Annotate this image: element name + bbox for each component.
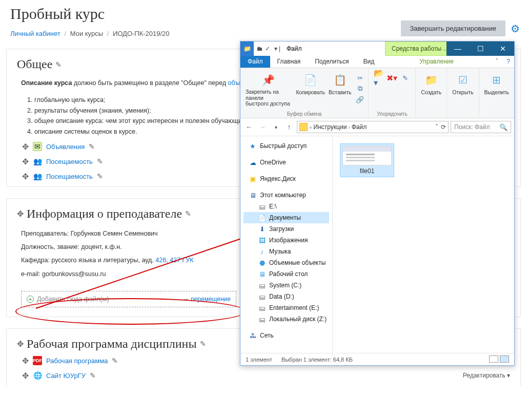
group-clipboard-label: Буфер обмена	[287, 111, 322, 117]
close-button[interactable]: ✕	[492, 41, 514, 56]
pencil-icon[interactable]: ✎	[185, 209, 191, 218]
file-explorer-window: 📁 🖿✓ ▾ | Файл Средства работы ... — ☐ ✕ …	[240, 41, 515, 366]
move-section-icon[interactable]: ✥	[17, 209, 24, 219]
clipboard-small-buttons[interactable]: ✂⧉🔗	[355, 71, 365, 108]
move-icon[interactable]: ✥	[22, 157, 29, 166]
move-icon[interactable]: ✥	[22, 142, 29, 152]
maximize-button[interactable]: ☐	[469, 41, 492, 56]
pencil-icon[interactable]: ✎	[112, 356, 118, 365]
tab-manage[interactable]: Управление	[412, 56, 461, 68]
file-item[interactable]: file01	[340, 143, 394, 177]
page-title: Пробный курс	[10, 5, 517, 23]
tree-music[interactable]: ♪Музыка	[244, 246, 329, 257]
move-icon[interactable]: ✥	[22, 371, 29, 381]
address-bar[interactable]: « Инструкции › Файл ˅⟳	[297, 121, 449, 133]
tree-drive-z[interactable]: 🖴Локальный диск (Z:)	[244, 313, 329, 325]
qat-dropdown-icon[interactable]: ▾ |	[273, 45, 281, 52]
desktop-icon: 🖥	[258, 270, 266, 278]
attendance-icon: 👥	[33, 172, 42, 181]
forward-button[interactable]: →	[257, 121, 268, 133]
recent-dropdown-icon[interactable]: ▾	[270, 121, 281, 133]
activity-attendance-2[interactable]: Посещаемость	[46, 173, 93, 180]
tree-pictures[interactable]: 🖼Изображения	[244, 235, 329, 246]
ribbon: 📌Закрепить на панели быстрого доступа 📄К…	[240, 68, 514, 118]
open-icon: ☑	[455, 72, 471, 88]
paste-shortcut-icon[interactable]: 🔗	[355, 95, 365, 104]
tree-quick-access[interactable]: ★Быстрый доступ	[244, 140, 329, 152]
move-to-button[interactable]: 📂▾	[374, 71, 384, 82]
tab-home[interactable]: Главная	[270, 56, 308, 68]
pencil-icon[interactable]: ✎	[55, 60, 62, 69]
cube-icon: ⬣	[258, 259, 266, 267]
documents-icon: 📄	[258, 214, 266, 222]
tree-drive-d[interactable]: 🖴Data (D:)	[244, 291, 329, 302]
drive-icon: 🖴	[258, 281, 266, 289]
finish-editing-button[interactable]: Завершить редактирование	[401, 20, 506, 36]
activity-site-link[interactable]: Сайт ЮУрГУ	[46, 372, 86, 380]
tree-drive-c[interactable]: 🖴System (C:)	[244, 280, 329, 291]
open-button[interactable]: ☑Открыть	[450, 71, 475, 96]
delete-button[interactable]: ✖▾	[387, 71, 397, 82]
pencil-icon[interactable]: ✎	[97, 172, 103, 180]
explorer-titlebar[interactable]: 📁 🖿✓ ▾ | Файл Средства работы ... — ☐ ✕	[240, 41, 514, 56]
select-button[interactable]: ⊞Выделить	[482, 71, 511, 96]
activity-program-file[interactable]: Рабочая программа	[46, 357, 108, 365]
file-pane[interactable]: file01	[333, 136, 514, 356]
rename-button[interactable]: ✎	[400, 71, 411, 82]
tree-network[interactable]: 🖧Сеть	[244, 330, 329, 341]
tree-this-pc[interactable]: 🖥Этот компьютер	[244, 190, 329, 201]
pencil-icon[interactable]: ✎	[97, 157, 103, 165]
tree-yandex-disk[interactable]: ▣Яндекс.Диск	[244, 173, 329, 184]
activity-announcements[interactable]: Объявления	[46, 143, 85, 151]
view-mode-toggle[interactable]	[488, 355, 509, 364]
pencil-icon[interactable]: ✎	[90, 371, 96, 380]
breadcrumb-courses: Мои курсы	[70, 30, 103, 37]
ribbon-tabs: Файл Главная Поделиться Вид Управление ˄…	[240, 56, 514, 68]
move-section-icon[interactable]: ✥	[17, 339, 24, 349]
move-icon[interactable]: ✥	[22, 172, 29, 181]
tree-desktop[interactable]: 🖥Рабочий стол	[244, 268, 329, 280]
quick-access-toolbar[interactable]: 🖿✓	[254, 45, 273, 52]
pin-button[interactable]: 📌Закрепить на панели быстрого доступа	[244, 71, 293, 108]
tree-drive-ent[interactable]: 🖴Entertainment (E:)	[244, 302, 329, 313]
tab-file[interactable]: Файл	[240, 56, 270, 68]
ribbon-collapse-icon[interactable]: ˄	[491, 56, 502, 68]
breadcrumb-home[interactable]: Личный кабинет	[10, 30, 60, 37]
tree-drive-e[interactable]: 🖴E:\	[244, 201, 329, 212]
tab-view[interactable]: Вид	[356, 56, 381, 68]
back-button[interactable]: ←	[244, 121, 255, 133]
new-button[interactable]: 📁Создать	[419, 71, 443, 96]
tree-documents[interactable]: 📄Документы	[244, 212, 329, 223]
rename-icon: ✎	[400, 73, 411, 82]
pictures-icon: 🖼	[258, 236, 266, 244]
tab-share[interactable]: Поделиться	[308, 56, 356, 68]
addr-dropdown-icon[interactable]: ˅	[435, 123, 438, 131]
context-tab-label[interactable]: Средства работы ...	[385, 41, 447, 56]
search-input[interactable]: Поиск: Файл 🔍	[451, 121, 511, 133]
minimize-button[interactable]: —	[447, 41, 469, 56]
help-icon[interactable]: ?	[502, 56, 514, 68]
pencil-icon[interactable]: ✎	[200, 340, 206, 348]
move-icon[interactable]: ✥	[22, 356, 29, 366]
forum-icon: ✉	[33, 142, 42, 151]
copy-path-icon[interactable]: ⧉	[355, 84, 365, 93]
up-button[interactable]: ↑	[283, 121, 295, 133]
addr-seg-1[interactable]: Инструкции	[314, 123, 347, 131]
file-dropzone[interactable]: +Добавить сюда файл(ы) перемещение	[21, 291, 236, 307]
refresh-icon[interactable]: ⟳	[441, 123, 446, 131]
desc-pre: Описание курса	[21, 79, 72, 87]
tree-3d-objects[interactable]: ⬣Объемные объекты	[244, 257, 329, 268]
edit-menu[interactable]: Редактировать ▾	[463, 372, 510, 379]
tree-downloads[interactable]: ⬇Загрузки	[244, 223, 329, 235]
copy-button[interactable]: 📄Копировать	[296, 71, 325, 108]
nav-tree: ★Быстрый доступ ☁OneDrive ▣Яндекс.Диск 🖥…	[240, 136, 333, 356]
addr-seg-2[interactable]: Файл	[352, 123, 367, 131]
status-selection: Выбран 1 элемент: 64,8 КБ	[281, 356, 353, 363]
activity-attendance[interactable]: Посещаемость	[46, 158, 93, 165]
select-all-icon: ⊞	[489, 72, 504, 88]
gear-icon[interactable]: ⚙	[511, 23, 520, 35]
tree-onedrive[interactable]: ☁OneDrive	[244, 157, 329, 168]
cut-icon[interactable]: ✂	[355, 73, 365, 82]
pencil-icon[interactable]: ✎	[89, 142, 95, 151]
paste-button[interactable]: 📋Вставить	[328, 71, 352, 108]
